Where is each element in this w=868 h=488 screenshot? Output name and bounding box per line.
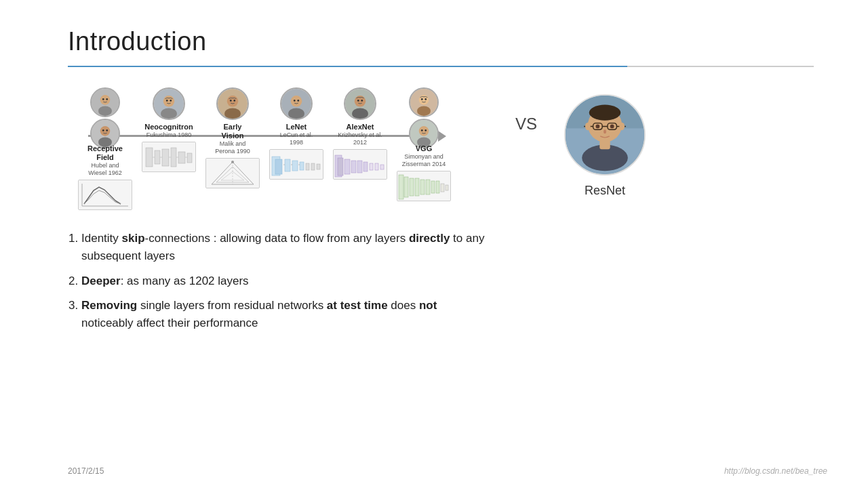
bold-at-test-time: at test time <box>327 299 388 312</box>
svg-point-6 <box>100 126 111 136</box>
svg-rect-52 <box>306 163 309 170</box>
svg-rect-91 <box>436 181 439 193</box>
bold-directly: directly <box>409 232 450 245</box>
svg-point-33 <box>230 100 232 102</box>
svg-point-76 <box>421 98 423 100</box>
svg-rect-10 <box>79 180 132 209</box>
svg-rect-89 <box>426 180 430 195</box>
svg-point-42 <box>291 96 302 107</box>
svg-rect-68 <box>357 161 362 173</box>
svg-rect-90 <box>431 181 435 193</box>
avatar-fukushima <box>153 87 185 120</box>
svg-rect-23 <box>178 152 185 163</box>
svg-rect-65 <box>338 158 343 176</box>
lenet-sublabel: LeCun et al.1998 <box>280 131 313 146</box>
svg-point-104 <box>610 125 614 129</box>
neocognitron-diagram <box>142 142 196 172</box>
neocognitron-sublabel: Fukushima 1980 <box>146 131 192 139</box>
svg-point-14 <box>163 96 175 107</box>
early-vision-sublabel: Malik andPerona 1990 <box>215 140 250 155</box>
vs-label: VS <box>515 115 537 134</box>
timeline-item-alexnet: AlexNet Krizhevsky et al.2012 <box>330 87 391 180</box>
alexnet-sublabel: Krizhevsky et al.2012 <box>338 131 382 146</box>
svg-point-44 <box>294 100 296 102</box>
svg-rect-20 <box>155 150 160 164</box>
svg-point-15 <box>161 108 177 119</box>
left-panel: ReceptiveField Hubel andWiesel 1962 <box>68 87 488 340</box>
bold-removing: Removing <box>81 299 137 312</box>
svg-point-32 <box>224 108 241 119</box>
svg-point-9 <box>106 129 108 131</box>
svg-point-77 <box>425 98 427 100</box>
avatar-krizhevsky <box>344 87 376 120</box>
svg-point-97 <box>589 105 620 121</box>
svg-rect-66 <box>344 159 350 174</box>
svg-point-31 <box>227 96 239 107</box>
alexnet-diagram <box>333 149 387 180</box>
slide: Introduction <box>0 0 868 488</box>
svg-point-2 <box>98 106 112 116</box>
bold-not: not <box>419 299 437 312</box>
svg-point-8 <box>102 129 104 131</box>
svg-point-34 <box>233 100 235 102</box>
bullet-3: Removing single layers from residual net… <box>81 297 488 333</box>
svg-point-43 <box>288 108 304 119</box>
receptive-field-diagram <box>78 180 132 210</box>
svg-rect-19 <box>146 148 153 167</box>
receptive-field-sublabel: Hubel andWiesel 1962 <box>88 162 122 177</box>
svg-rect-53 <box>311 163 315 170</box>
svg-point-4 <box>106 98 108 100</box>
receptive-field-label: ReceptiveField <box>87 144 123 162</box>
svg-rect-48 <box>275 159 282 174</box>
svg-point-81 <box>421 129 423 131</box>
right-panel: ResNet <box>564 87 646 198</box>
svg-point-105 <box>604 129 606 134</box>
timeline: ReceptiveField Hubel andWiesel 1962 <box>68 87 461 209</box>
alexnet-label: AlexNet <box>347 123 374 131</box>
svg-rect-109 <box>599 140 610 150</box>
svg-rect-72 <box>380 165 384 169</box>
avatar-simonyan <box>409 87 439 117</box>
svg-point-74 <box>419 95 429 105</box>
vgg-diagram <box>397 171 451 201</box>
timeline-item-receptive-field: ReceptiveField Hubel andWiesel 1962 <box>75 87 136 210</box>
svg-rect-67 <box>351 161 356 173</box>
vgg-avatars <box>408 87 440 142</box>
neocognitron-label: Neocognitron <box>144 123 193 131</box>
content-area: ReceptiveField Hubel andWiesel 1962 <box>68 87 814 340</box>
vs-section: VS <box>488 87 564 147</box>
vgg-sublabel: Simonyan andZisserman 2014 <box>402 153 446 168</box>
svg-rect-85 <box>404 177 408 197</box>
receptive-field-avatars <box>89 87 121 142</box>
svg-rect-88 <box>420 180 425 195</box>
svg-rect-50 <box>292 161 298 171</box>
svg-point-82 <box>425 129 427 131</box>
early-vision-label: EarlyVision <box>222 123 244 140</box>
timeline-item-vgg: VGG Simonyan andZisserman 2014 <box>393 87 454 201</box>
svg-rect-86 <box>410 178 414 196</box>
svg-rect-21 <box>162 149 169 166</box>
svg-rect-24 <box>187 153 192 163</box>
svg-point-1 <box>100 95 111 105</box>
resnet-label: ResNet <box>585 184 625 198</box>
bullet-list: Identity skip-connections : allowing dat… <box>68 230 488 333</box>
svg-rect-49 <box>285 159 290 171</box>
svg-point-103 <box>595 125 599 129</box>
svg-rect-54 <box>317 164 320 169</box>
svg-rect-84 <box>399 175 403 199</box>
avatar-hubel <box>90 87 120 117</box>
svg-rect-51 <box>300 162 304 170</box>
svg-point-17 <box>170 100 172 102</box>
bullet-1: Identity skip-connections : allowing dat… <box>81 230 488 266</box>
svg-rect-70 <box>370 163 373 170</box>
svg-rect-22 <box>171 148 176 167</box>
timeline-item-early-vision: EarlyVision Malik andPerona 1990 <box>202 87 263 188</box>
svg-point-45 <box>297 100 299 102</box>
svg-rect-92 <box>441 184 444 192</box>
footer-date: 2017/2/15 <box>68 466 104 476</box>
svg-point-16 <box>166 100 168 102</box>
early-vision-diagram <box>205 158 260 188</box>
svg-point-60 <box>352 108 368 119</box>
resnet-avatar <box>564 94 646 176</box>
timeline-items: ReceptiveField Hubel andWiesel 1962 <box>75 87 454 210</box>
